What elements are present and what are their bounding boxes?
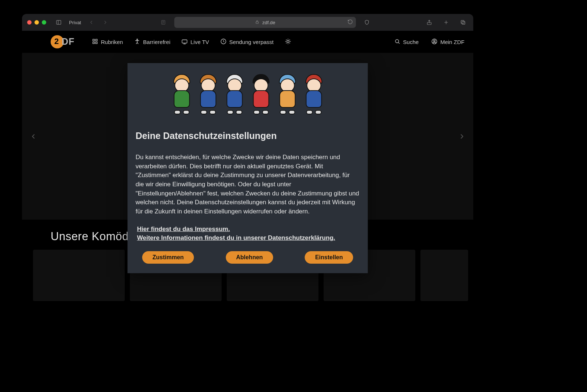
privacy-policy-link[interactable]: Weitere Informationen findest du in unse…: [136, 234, 360, 242]
site-header: 2 DF Rubriken Barrierefrei Live TV: [22, 31, 473, 53]
address-bar[interactable]: zdf.de: [174, 17, 356, 28]
privacy-consent-modal: Deine Datenschutzeinstellungen Du kannst…: [128, 63, 368, 273]
modal-body-text: Du kannst entscheiden, für welche Zwecke…: [136, 153, 360, 216]
window-close-button[interactable]: [27, 20, 32, 25]
svg-rect-10: [461, 21, 464, 23]
window-maximize-button[interactable]: [42, 20, 46, 25]
page-content: 2 DF Rubriken Barrierefrei Live TV: [22, 31, 473, 307]
nav-mein-zdf[interactable]: Mein ZDF: [431, 38, 464, 46]
modal-title: Deine Datenschutzeinstellungen: [136, 131, 360, 141]
svg-rect-17: [182, 40, 187, 43]
privacy-report-button[interactable]: [362, 17, 372, 28]
sidebar-toggle-button[interactable]: [54, 17, 64, 28]
share-button[interactable]: [424, 17, 434, 28]
nav-brightness[interactable]: [285, 38, 291, 46]
content-card[interactable]: [420, 250, 468, 301]
reader-mode-button[interactable]: [158, 17, 168, 28]
tv-icon: [181, 38, 188, 46]
new-tab-button[interactable]: [441, 17, 451, 28]
svg-rect-14: [93, 42, 95, 44]
nav-search[interactable]: Suche: [394, 38, 419, 46]
nav-barrierefrei[interactable]: Barrierefrei: [134, 38, 170, 46]
window-minimize-button[interactable]: [34, 20, 39, 25]
nav-label: Sendung verpasst: [229, 39, 274, 45]
browser-toolbar: Privat zdf.de: [22, 14, 473, 31]
consent-settings-button[interactable]: Einstellen: [305, 251, 353, 264]
grid-icon: [92, 38, 98, 46]
nav-live-tv[interactable]: Live TV: [181, 38, 209, 46]
svg-rect-0: [56, 21, 61, 25]
nav-label: Suche: [403, 39, 419, 45]
address-domain: zdf.de: [262, 20, 275, 25]
nav-label: Mein ZDF: [440, 39, 464, 45]
account-icon: [431, 38, 438, 46]
svg-point-16: [137, 39, 138, 40]
tab-overview-button[interactable]: [458, 17, 468, 28]
logo-number: 2: [54, 37, 59, 46]
reload-button[interactable]: [347, 19, 353, 26]
hero-next-button[interactable]: [455, 129, 469, 143]
svg-line-30: [398, 42, 399, 43]
search-icon: [394, 38, 401, 46]
svg-rect-12: [93, 39, 95, 41]
svg-point-29: [395, 39, 398, 43]
svg-line-27: [286, 43, 287, 43]
nav-label: Rubriken: [101, 39, 123, 45]
nav-rubriken[interactable]: Rubriken: [92, 38, 123, 46]
svg-line-26: [289, 43, 290, 43]
svg-point-20: [287, 40, 289, 43]
browser-window: Privat zdf.de: [22, 14, 473, 307]
svg-point-32: [434, 40, 435, 42]
svg-line-28: [289, 39, 290, 40]
svg-rect-15: [96, 42, 98, 44]
consent-decline-button[interactable]: Ablehnen: [226, 251, 273, 264]
accessibility-icon: [134, 38, 141, 46]
consent-accept-button[interactable]: Zustimmen: [142, 251, 194, 264]
nav-label: Live TV: [190, 39, 209, 45]
svg-rect-6: [256, 22, 258, 24]
svg-line-25: [286, 39, 287, 40]
svg-rect-13: [96, 39, 98, 41]
brightness-icon: [285, 38, 291, 46]
nav-forward-button[interactable]: [100, 17, 110, 28]
nav-label: Barrierefrei: [143, 39, 170, 45]
svg-rect-11: [462, 21, 465, 24]
lock-icon: [255, 19, 259, 26]
private-mode-label: Privat: [68, 17, 83, 28]
zdf-logo[interactable]: 2 DF: [51, 35, 81, 48]
window-controls: [27, 20, 46, 25]
hero-prev-button[interactable]: [26, 129, 40, 143]
logo-letters: DF: [62, 36, 74, 47]
nav-back-button[interactable]: [86, 17, 96, 28]
content-card[interactable]: [33, 250, 125, 301]
nav-sendung-verpasst[interactable]: Sendung verpasst: [220, 38, 274, 46]
mascot-illustration: [136, 74, 360, 118]
impressum-link[interactable]: Hier findest du das Impressum.: [136, 226, 360, 233]
clock-icon: [220, 38, 227, 46]
